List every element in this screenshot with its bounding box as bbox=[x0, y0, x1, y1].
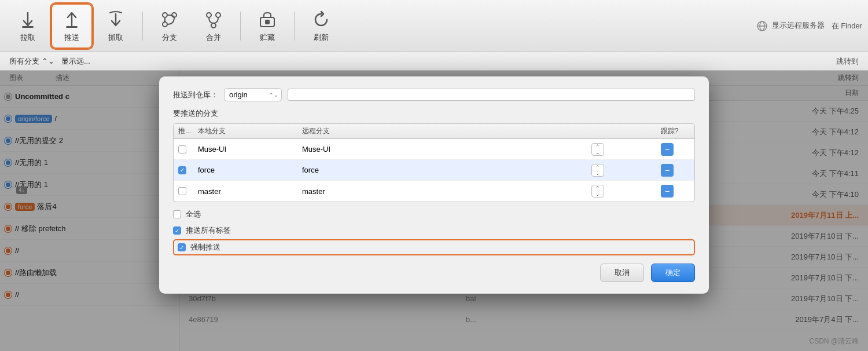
toolbar-right: 显示远程服务器 在 Finder bbox=[756, 20, 862, 32]
separator-1 bbox=[142, 12, 143, 41]
checkbox-master[interactable] bbox=[178, 187, 186, 195]
branch-row-master[interactable]: master master ⌃⌄ − bbox=[174, 181, 694, 202]
show-remote-label: 显示远... bbox=[61, 56, 90, 67]
branch-filter-input[interactable] bbox=[288, 89, 695, 101]
col-remote: 远程分支 bbox=[302, 126, 591, 136]
branch-button[interactable]: 分支 bbox=[149, 3, 190, 49]
fetch-icon bbox=[105, 9, 126, 30]
repo-select-wrapper[interactable]: origin bbox=[224, 88, 282, 101]
refresh-label: 刷新 bbox=[314, 32, 329, 43]
svg-point-6 bbox=[216, 13, 220, 17]
force-push-row[interactable]: 强制推送 bbox=[173, 239, 695, 255]
confirm-button[interactable]: 确定 bbox=[651, 264, 695, 282]
push-label: 推送 bbox=[64, 32, 79, 43]
repo-select[interactable]: origin bbox=[224, 88, 282, 101]
main-area: 图表 描述 Uncommitted c origin/force / //无用的… bbox=[0, 71, 868, 351]
remote-branch-master: master bbox=[302, 187, 591, 196]
col-tracked: 跟踪? bbox=[661, 126, 690, 136]
modal-title-label: 推送到仓库： bbox=[173, 90, 218, 100]
stash-button[interactable]: 贮藏 bbox=[247, 3, 288, 49]
local-branch-force: force bbox=[198, 166, 302, 174]
stepper-muse-ui[interactable]: ⌃⌄ bbox=[591, 143, 604, 156]
show-remote-btn[interactable]: 显示远程服务器 bbox=[756, 20, 825, 32]
pull-icon bbox=[17, 9, 38, 30]
minus-btn-muse-ui[interactable]: − bbox=[661, 143, 674, 156]
checkbox-select-all[interactable] bbox=[173, 210, 181, 218]
branch-row-muse-ui[interactable]: Muse-UI Muse-UI ⌃⌄ − bbox=[174, 139, 694, 160]
checkbox-muse-ui[interactable] bbox=[178, 145, 186, 153]
push-all-tags-label: 推送所有标签 bbox=[186, 225, 231, 236]
local-branch-master: master bbox=[198, 187, 302, 196]
branch-table-header: 推... 本地分支 远程分支 跟踪? bbox=[174, 124, 694, 139]
remote-branch-force: force bbox=[302, 166, 591, 174]
modal-title-row: 推送到仓库： origin bbox=[173, 88, 695, 101]
svg-rect-1 bbox=[66, 26, 78, 28]
local-branch-muse-ui: Muse-UI bbox=[198, 145, 302, 153]
separator-2 bbox=[240, 12, 241, 41]
branch-selector[interactable]: 所有分支 ⌃⌄ bbox=[9, 56, 54, 67]
merge-label: 合并 bbox=[206, 32, 221, 43]
fetch-button[interactable]: 抓取 bbox=[95, 3, 137, 49]
globe-icon bbox=[756, 20, 768, 32]
toolbar: 拉取 推送 抓取 分支 bbox=[0, 0, 868, 52]
branch-table: 推... 本地分支 远程分支 跟踪? Muse-UI Muse-UI ⌃⌄ − bbox=[173, 123, 695, 202]
svg-rect-0 bbox=[22, 26, 34, 28]
fetch-label: 抓取 bbox=[108, 32, 123, 43]
checkbox-force-push[interactable] bbox=[178, 243, 186, 251]
finder-btn[interactable]: 在 Finder bbox=[832, 21, 862, 31]
branch-selector-arrow: ⌃⌄ bbox=[42, 57, 54, 65]
force-push-label: 强制推送 bbox=[190, 242, 220, 253]
select-all-label: 全选 bbox=[186, 209, 201, 220]
pull-label: 拉取 bbox=[20, 32, 35, 43]
svg-point-5 bbox=[207, 13, 211, 17]
remote-branch-muse-ui: Muse-UI bbox=[302, 145, 591, 153]
modal-footer: 取消 确定 bbox=[173, 264, 695, 282]
pull-button[interactable]: 拉取 bbox=[7, 3, 49, 49]
refresh-button[interactable]: 刷新 bbox=[300, 3, 342, 49]
push-icon bbox=[61, 9, 82, 30]
stepper-force[interactable]: ⌃⌄ bbox=[591, 164, 604, 177]
merge-button[interactable]: 合并 bbox=[193, 3, 234, 49]
jump-to-label[interactable]: 跳转到 bbox=[836, 56, 859, 67]
separator-3 bbox=[294, 12, 295, 41]
stash-icon bbox=[257, 9, 278, 30]
branch-row-force[interactable]: force force ⌃⌄ − bbox=[174, 160, 694, 181]
svg-point-2 bbox=[163, 13, 167, 17]
refresh-icon bbox=[311, 9, 332, 30]
branch-icon bbox=[159, 9, 180, 30]
merge-icon bbox=[203, 9, 224, 30]
modal-overlay: 推送到仓库： origin 要推送的分支 推... 本地分支 远程分支 bbox=[0, 71, 868, 351]
checkbox-push-all-tags[interactable] bbox=[173, 226, 181, 235]
minus-btn-master[interactable]: − bbox=[661, 185, 674, 198]
checkbox-force[interactable] bbox=[178, 166, 186, 174]
col-push: 推... bbox=[178, 126, 198, 136]
svg-point-4 bbox=[163, 22, 167, 27]
svg-point-7 bbox=[211, 23, 216, 28]
push-button[interactable]: 推送 bbox=[51, 3, 93, 49]
col-local: 本地分支 bbox=[198, 126, 302, 136]
cancel-button[interactable]: 取消 bbox=[600, 264, 644, 282]
stash-label: 贮藏 bbox=[260, 32, 275, 43]
stepper-master[interactable]: ⌃⌄ bbox=[591, 185, 604, 198]
sub-toolbar: 所有分支 ⌃⌄ 显示远... 跳转到 bbox=[0, 52, 868, 71]
show-remote-item[interactable]: 显示远... bbox=[61, 56, 90, 67]
branch-label: 分支 bbox=[162, 32, 177, 43]
branch-selector-label: 所有分支 bbox=[9, 56, 39, 67]
minus-btn-force[interactable]: − bbox=[661, 164, 674, 177]
push-all-tags-row[interactable]: 推送所有标签 bbox=[173, 225, 695, 236]
push-modal: 推送到仓库： origin 要推送的分支 推... 本地分支 远程分支 bbox=[159, 76, 709, 294]
branch-section-label: 要推送的分支 bbox=[173, 108, 695, 119]
svg-rect-9 bbox=[265, 20, 270, 24]
select-all-row[interactable]: 全选 bbox=[173, 209, 695, 220]
